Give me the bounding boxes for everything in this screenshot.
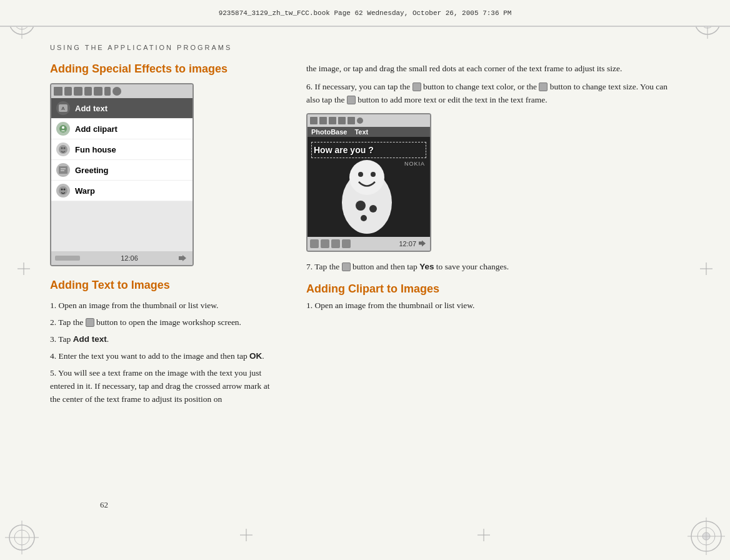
menu-icon-add-clipart [56,122,70,136]
right-column: the image, or tap and drag the small red… [306,62,680,409]
svg-rect-48 [419,242,422,245]
tb-icon-6 [104,87,111,96]
menu-icon-greeting [56,163,70,177]
menu-icon-fun-house [56,142,70,156]
color-icon [412,82,421,91]
section2-title: Adding Text to Images [50,279,281,292]
tb2-icon-3 [329,117,336,124]
svg-point-46 [369,205,377,212]
page-number: 62 [100,500,108,510]
phone-toolbar-1 [51,84,192,98]
phone-screenshot-2: PhotoBase Text How are you ? NOKIA [306,113,431,252]
svg-marker-40 [182,255,186,261]
save-icon [342,262,351,271]
menu-label-greeting: Greeting [75,166,108,175]
right-crosshair [700,262,712,275]
svg-point-43 [358,172,363,177]
step3: 3. Tap Add text. [50,333,281,346]
step4: 4. Enter the text you want to add to the… [50,350,281,363]
menu-icon-warp [56,184,70,198]
menu-item-fun-house: Fun house [51,139,192,160]
footer-icon-1 [310,239,319,248]
photobase-bar: PhotoBase Text [308,127,430,137]
menu-item-add-text: A Add text [51,98,192,119]
menu-item-add-clipart: Add clipart [51,119,192,139]
menu-icon-add-text: A [56,101,70,115]
phone-menu-1: A Add text Add clipart [51,98,192,201]
phone-speaker-icon [179,254,189,262]
section1-title: Adding Special Effects to images [50,62,281,76]
overlay-text: How are you ? [314,145,374,155]
svg-point-29 [62,126,64,129]
tb2-icon-4 [338,117,346,124]
phone-menubar-2 [308,114,430,127]
tb-icon-4 [84,87,92,96]
svg-point-47 [361,215,367,221]
speaker-icon-2 [419,240,428,247]
step2: 2. Tap the button to open the image work… [50,316,281,329]
phone-footer-2: 12:07 [308,237,430,251]
svg-point-45 [356,201,366,211]
photobase-label: PhotoBase [311,128,347,136]
edit-icon [347,96,356,104]
svg-marker-49 [422,241,426,247]
left-crosshair [18,262,30,275]
menu-label-add-clipart: Add clipart [75,124,118,134]
header-text: 9235874_3129_zh_tw_FCC.book Page 62 Wedn… [219,9,512,17]
phone-footer-1: 12:06 [51,251,192,265]
lower-left-section: Adding Text to Images 1. Open an image f… [50,279,281,406]
menu-label-fun-house: Fun house [75,145,116,154]
phone-screenshot-1: A Add text Add clipart [50,83,194,266]
footer-right: 12:07 [399,240,428,248]
header-bar: 9235874_3129_zh_tw_FCC.book Page 62 Wedn… [0,0,730,26]
svg-point-42 [349,160,384,195]
step5: 5. You will see a text frame on the imag… [50,367,281,406]
tb-icon-1 [54,87,62,96]
size-icon [539,82,548,91]
tb-icon-3 [74,87,82,96]
tb2-icon-1 [310,117,318,124]
clipart-step1: 1. Open an image from the thumbnail or l… [306,299,680,312]
menu-item-warp: Warp [51,181,192,201]
step7-text: 7. Tap the button and then tap Yes to sa… [306,261,680,274]
svg-point-31 [61,148,63,149]
left-column: Adding Special Effects to images [50,62,281,409]
phone-time-2: 12:07 [399,240,416,248]
svg-point-32 [64,148,66,149]
svg-point-37 [61,189,63,191]
smiley-figure [326,156,408,237]
step1: 1. Open an image from the thumbnail or l… [50,299,281,312]
workshop-icon [86,318,94,327]
corner-br-decoration [688,518,725,555]
tb2-icon-5 [348,117,355,124]
bottom-right-crosshair [478,529,490,541]
phone-empty-area [51,201,192,251]
svg-text:A: A [61,106,65,111]
svg-rect-39 [179,256,182,260]
footer-icon-3 [331,239,340,248]
right-para1: the image, or tap and drag the small red… [306,62,680,76]
corner-bl-decoration [5,521,39,555]
phone-time-1: 12:06 [121,254,138,262]
step6-text: 6. If necessary, you can tap the button … [306,81,680,107]
svg-point-44 [371,172,376,177]
tb2-icon-2 [319,117,327,124]
chapter-title: Using the Application Programs [50,44,680,51]
tb-icon-5 [94,87,102,96]
svg-point-38 [64,189,66,191]
text-label: Text [354,128,368,136]
footer-icons-left [310,239,351,248]
bottom-left-crosshair [240,529,252,541]
scrollbar [55,256,80,261]
tb-icon-2 [64,87,72,96]
section3-title: Adding Clipart to Images [306,282,680,296]
footer-icon-2 [321,239,329,248]
menu-label-warp: Warp [75,186,95,196]
svg-rect-33 [59,166,68,174]
tb-icon-7 [112,87,121,96]
phone-image-area: How are you ? NOKIA [308,137,430,237]
header-rule [0,26,730,27]
footer-icon-4 [342,239,351,248]
menu-label-add-text: Add text [75,104,108,113]
menu-item-greeting: Greeting [51,160,192,181]
